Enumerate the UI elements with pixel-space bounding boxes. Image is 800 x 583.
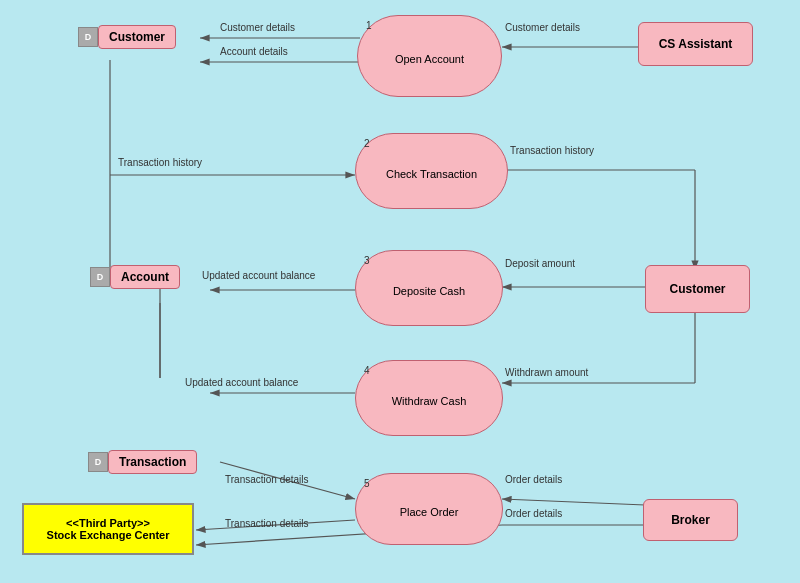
customer-top-db-icon: D [78, 27, 98, 47]
uc3-number: 3 [364, 255, 370, 266]
label-updated-balance-2: Updated account balance [185, 377, 298, 388]
label-order-details-2: Order details [505, 508, 562, 519]
uc4-withdraw-cash: 4 Withdraw Cash [355, 360, 503, 436]
svg-line-19 [502, 499, 645, 505]
transaction-label: Transaction [108, 450, 197, 474]
uc1-number: 1 [366, 20, 372, 31]
broker-label: Broker [671, 513, 710, 527]
uc4-label: Withdraw Cash [392, 395, 467, 407]
stock-exchange-actor: <<Third Party>>Stock Exchange Center [22, 503, 194, 555]
transaction-db-icon: D [88, 452, 108, 472]
customer-right-label: Customer [669, 282, 725, 296]
stock-exchange-label: <<Third Party>>Stock Exchange Center [47, 517, 170, 541]
label-customer-details-2: Customer details [505, 22, 580, 33]
account-label: Account [110, 265, 180, 289]
uc3-deposite-cash: 3 Deposite Cash [355, 250, 503, 326]
uc5-place-order: 5 Place Order [355, 473, 503, 545]
uc1-label: Open Account [395, 53, 464, 65]
label-withdrawn-amount: Withdrawn amount [505, 367, 588, 378]
label-transaction-details-1: Transaction details [225, 474, 309, 485]
uc5-number: 5 [364, 478, 370, 489]
broker-actor: Broker [643, 499, 738, 541]
label-account-details: Account details [220, 46, 288, 57]
uc3-label: Deposite Cash [393, 285, 465, 297]
uc4-number: 4 [364, 365, 370, 376]
label-transaction-history-right: Transaction history [510, 145, 594, 156]
customer-right-actor: Customer [645, 265, 750, 313]
uc2-check-transaction: 2 Check Transaction [355, 133, 508, 209]
uc5-label: Place Order [400, 506, 459, 518]
label-deposit-amount: Deposit amount [505, 258, 575, 269]
transaction-db-actor: D Transaction [88, 450, 197, 474]
customer-top-actor: D Customer [78, 25, 176, 49]
customer-top-label: Customer [98, 25, 176, 49]
diagram-container: Customer details Account details Custome… [0, 0, 800, 583]
uc1-open-account: 1 Open Account [357, 15, 502, 97]
account-db-actor: D Account [90, 265, 180, 289]
uc2-label: Check Transaction [386, 168, 477, 180]
label-updated-balance-1: Updated account balance [202, 270, 315, 281]
account-db-icon: D [90, 267, 110, 287]
label-customer-details-1: Customer details [220, 22, 295, 33]
uc2-number: 2 [364, 138, 370, 149]
label-transaction-details-2: Transaction details [225, 518, 309, 529]
cs-assistant-label: CS Assistant [659, 37, 733, 51]
label-order-details-1: Order details [505, 474, 562, 485]
label-transaction-history-left: Transaction history [118, 157, 202, 168]
cs-assistant-actor: CS Assistant [638, 22, 753, 66]
